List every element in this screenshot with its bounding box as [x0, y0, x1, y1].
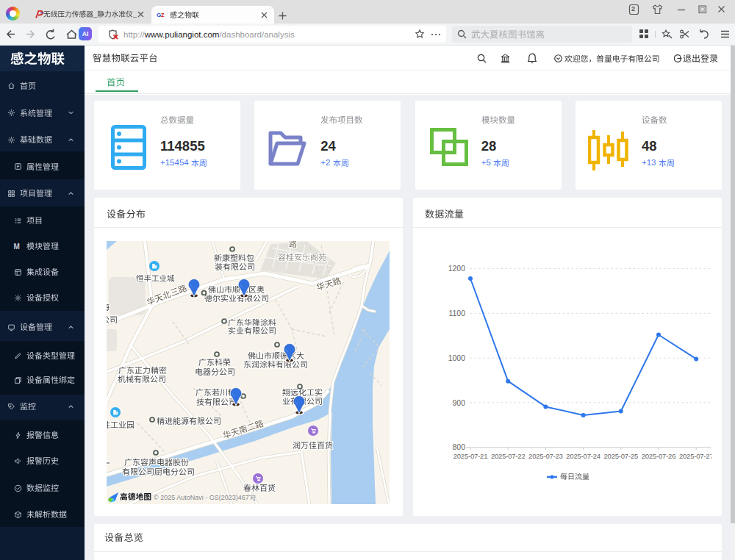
svg-text:1000: 1000: [448, 353, 466, 362]
svg-text:2025-07-25: 2025-07-25: [603, 452, 638, 460]
svg-text:900: 900: [452, 398, 465, 407]
svg-text:2025-07-24: 2025-07-24: [566, 452, 600, 460]
svg-text:1100: 1100: [448, 309, 465, 317]
svg-text:2025-07-27: 2025-07-27: [679, 452, 711, 460]
svg-text:2025-07-26: 2025-07-26: [642, 452, 676, 460]
svg-text:2025-07-22: 2025-07-22: [491, 452, 526, 460]
svg-text:2025-07-21: 2025-07-21: [453, 452, 488, 460]
svg-text:800: 800: [452, 442, 465, 451]
svg-text:2025-07-23: 2025-07-23: [528, 452, 563, 460]
svg-text:1200: 1200: [448, 264, 466, 273]
